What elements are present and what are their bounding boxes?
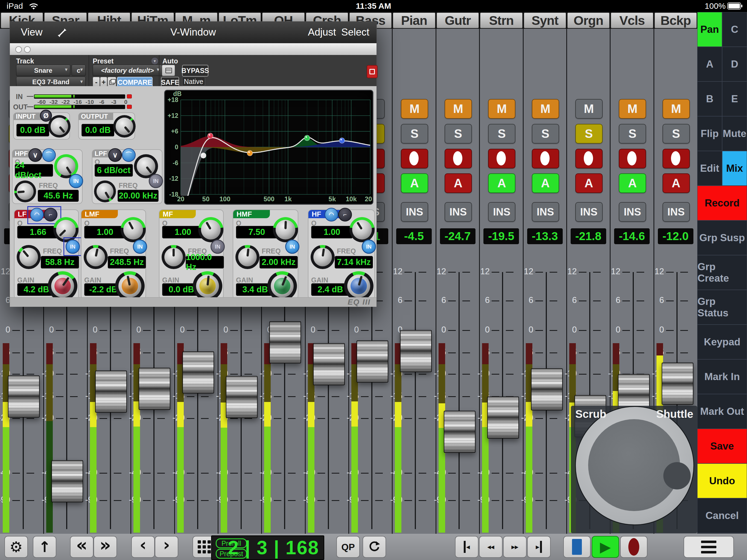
adjust-button[interactable]: Adjust <box>308 27 336 38</box>
rewind-button[interactable]: ◀◀ <box>479 536 503 558</box>
track-name-Pian[interactable]: Pian <box>393 12 435 28</box>
hpf-in-button[interactable]: IN <box>69 174 83 188</box>
in-button-LMF[interactable]: IN <box>133 239 147 254</box>
stop-button[interactable] <box>563 536 591 558</box>
freq-knob-LF[interactable] <box>17 245 41 269</box>
mute-button-Strn[interactable]: M <box>488 99 515 119</box>
preset-prev-button[interactable]: - <box>93 77 100 87</box>
scrub-button[interactable]: Scrub <box>575 408 606 420</box>
phase-button[interactable]: Ø <box>40 110 52 122</box>
automation-button-Orgn[interactable]: A <box>575 173 602 193</box>
notch-shape-icon[interactable]: ∨ <box>108 148 122 162</box>
bypass-button[interactable]: BYPASS <box>182 65 208 77</box>
in-button-HMF[interactable]: IN <box>285 239 300 254</box>
track-name-Vcls[interactable]: Vcls <box>611 12 653 28</box>
gain-knob-LMF[interactable] <box>115 271 145 301</box>
freq-display-HMF[interactable]: 2.00 kHz <box>259 256 298 269</box>
minimize-icon[interactable] <box>24 46 31 53</box>
mute-button-Synt[interactable]: M <box>532 99 559 119</box>
mute-button-Bckp[interactable]: M <box>663 99 690 119</box>
sidebar-button-mix[interactable]: Mix <box>722 151 747 186</box>
record-button[interactable] <box>620 536 647 558</box>
mute-button-Pian[interactable]: M <box>401 99 428 119</box>
track-name-Orgn[interactable]: Orgn <box>567 12 610 28</box>
solo-button-Strn[interactable]: S <box>488 124 515 144</box>
view-menu[interactable]: View <box>21 27 43 38</box>
sidebar-button-grp-create[interactable]: Grp Create <box>697 255 747 290</box>
close-icon[interactable] <box>15 46 22 53</box>
jog-wheel-dimple[interactable] <box>663 462 691 489</box>
record-arm-button-Gutr[interactable] <box>445 149 472 169</box>
record-arm-button-Synt[interactable] <box>532 149 559 169</box>
insert-button-Strn[interactable]: INS <box>488 202 515 222</box>
notch-shape-icon[interactable]: ∨ <box>28 148 42 162</box>
q-display-HMF[interactable]: 7.50 <box>236 226 278 238</box>
track-name-Gutr[interactable]: Gutr <box>437 12 479 28</box>
freq-knob-MF[interactable] <box>162 245 186 269</box>
track-name-Synt[interactable]: Synt <box>524 12 566 28</box>
sidebar-button-cancel[interactable]: Cancel <box>697 498 747 533</box>
preset-next-button[interactable]: + <box>100 77 107 87</box>
record-arm-button-Pian[interactable] <box>401 149 428 169</box>
lpf-freq-knob[interactable] <box>94 180 116 202</box>
record-arm-button-Orgn[interactable] <box>575 149 602 169</box>
automation-latch-button[interactable] <box>162 65 175 76</box>
record-arm-button-Vcls[interactable] <box>619 149 646 169</box>
gain-display-HF[interactable]: 2.4 dB <box>311 283 350 296</box>
q-display-MF[interactable]: 1.00 <box>162 226 204 238</box>
freq-display-LF[interactable]: 58.8 Hz <box>41 256 79 269</box>
automation-button-Bckp[interactable]: A <box>663 173 690 193</box>
jog-wheel[interactable] <box>575 406 694 525</box>
qp-button[interactable]: QP <box>336 536 360 558</box>
freq-display-HF[interactable]: 7.14 kHz <box>335 256 373 269</box>
fader-db-display-Strn[interactable]: -19.5 <box>483 228 519 244</box>
gain-knob-HMF[interactable] <box>267 271 297 301</box>
fader-db-display-Gutr[interactable]: -24.7 <box>440 228 475 244</box>
insert-button-Orgn[interactable]: INS <box>575 202 602 222</box>
nudge-right-button[interactable]: › <box>155 536 178 558</box>
solo-button-Orgn[interactable]: S <box>575 124 602 144</box>
bank-right-button[interactable]: » <box>94 536 117 558</box>
plugin-window-target-button[interactable] <box>367 65 378 78</box>
track-name-Strn[interactable]: Strn <box>480 12 522 28</box>
jog-wheel-face[interactable] <box>588 419 680 511</box>
select-button[interactable]: Select <box>341 27 369 38</box>
output-gain-display[interactable]: 0.0 dB <box>81 124 114 136</box>
automation-button-Pian[interactable]: A <box>401 173 428 193</box>
gain-knob-MF[interactable] <box>193 271 222 301</box>
sidebar-button-grp-susp[interactable]: Grp Susp <box>697 221 747 255</box>
fader-db-display-Bckp[interactable]: -12.0 <box>658 228 693 244</box>
lpf-freq-display[interactable]: 20.00 kHz <box>118 190 159 202</box>
insert-selector[interactable]: EQ3 7-Band▼ <box>16 77 85 87</box>
resize-icon[interactable] <box>56 27 68 39</box>
sidebar-button-d[interactable]: D <box>722 47 747 81</box>
mute-button-Orgn[interactable]: M <box>575 99 602 119</box>
shift-button[interactable]: ↑ <box>33 536 56 558</box>
track-sub-selector[interactable]: c▼ <box>72 65 85 76</box>
preset-selector[interactable]: <factory default>▼ <box>93 65 162 76</box>
solo-button-Vcls[interactable]: S <box>619 124 646 144</box>
freq-knob-HF[interactable] <box>311 245 335 269</box>
shuttle-button[interactable]: Shuttle <box>656 408 693 420</box>
hpf-shape-icon[interactable]: ⌒ <box>42 148 56 162</box>
solo-button-Gutr[interactable]: S <box>445 124 472 144</box>
settings-button[interactable]: ⚙ <box>4 536 28 558</box>
freq-knob-HMF[interactable] <box>235 245 259 269</box>
mute-button-Vcls[interactable]: M <box>619 99 646 119</box>
q-display-LMF[interactable]: 1.00 <box>84 226 126 238</box>
fader-db-display-Pian[interactable]: -4.5 <box>396 228 432 244</box>
preset-menu-icon[interactable]: ▼ <box>151 57 159 65</box>
freq-display-MF[interactable]: 1000.0 Hz <box>186 256 224 269</box>
q-knob-HMF[interactable] <box>273 217 298 242</box>
fader-db-display-Synt[interactable]: -13.3 <box>527 228 563 244</box>
solo-button-Pian[interactable]: S <box>401 124 428 144</box>
menu-button[interactable] <box>684 536 734 558</box>
solo-button-Synt[interactable]: S <box>532 124 559 144</box>
in-button-HF[interactable]: IN <box>362 239 376 254</box>
sidebar-button-a[interactable]: A <box>697 47 722 81</box>
go-to-start-button[interactable]: ◀ <box>455 536 479 558</box>
sidebar-button-mute[interactable]: Mute <box>722 116 747 151</box>
sidebar-button-save[interactable]: Save <box>697 429 747 463</box>
record-arm-button-Strn[interactable] <box>488 149 515 169</box>
q-knob-MF[interactable] <box>198 217 223 242</box>
